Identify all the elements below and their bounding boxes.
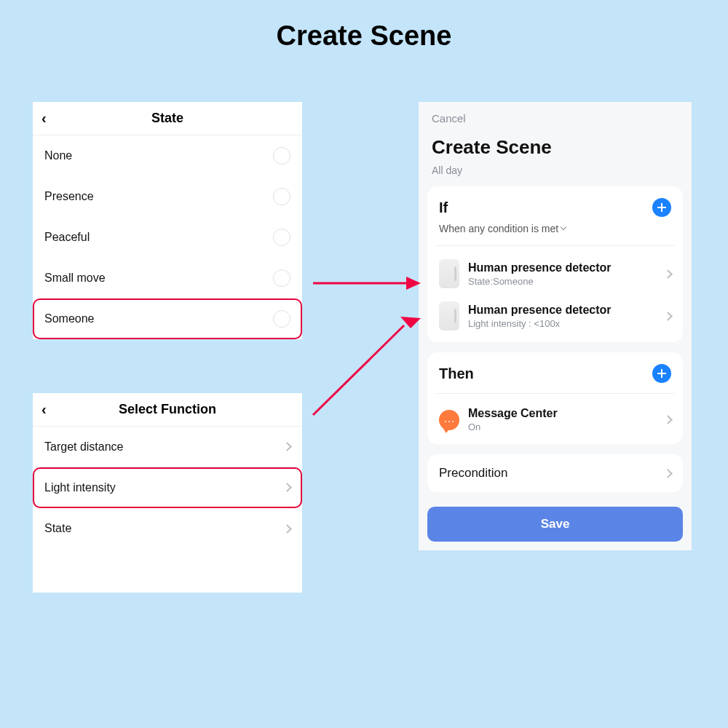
- chevron-down-icon: [561, 224, 566, 230]
- state-option-label: None: [44, 149, 273, 162]
- state-title: State: [41, 111, 293, 126]
- function-option-label: Light intensity: [44, 481, 284, 494]
- device-icon: [439, 259, 459, 288]
- page-title: Create Scene: [0, 20, 728, 52]
- function-title: Select Function: [41, 402, 293, 417]
- function-option-label: Target distance: [44, 440, 284, 454]
- state-option-small-move[interactable]: Small move: [33, 258, 302, 298]
- scene-title: Create Scene: [432, 136, 678, 159]
- state-option-someone[interactable]: Someone: [33, 298, 302, 339]
- function-light-intensity[interactable]: Light intensity: [33, 467, 302, 508]
- radio-icon[interactable]: [273, 188, 290, 205]
- device-icon: [439, 301, 459, 331]
- state-header: ‹ State: [33, 102, 302, 135]
- chevron-right-icon: [282, 524, 292, 534]
- rule-detail: Light intensity : <100x: [468, 318, 656, 329]
- chevron-right-icon: [663, 269, 673, 279]
- action-detail: On: [468, 422, 656, 432]
- function-header: ‹ Select Function: [33, 393, 302, 427]
- state-option-label: Small move: [44, 272, 273, 285]
- if-rule-state[interactable]: Human presence detector State:Someone: [439, 259, 671, 288]
- then-action-message-center[interactable]: Message Center On: [439, 407, 671, 432]
- svg-line-2: [313, 325, 404, 415]
- radio-icon[interactable]: [273, 147, 290, 165]
- scene-schedule[interactable]: All day: [432, 165, 678, 176]
- state-option-label: Peaceful: [44, 231, 273, 244]
- svg-marker-3: [400, 317, 421, 328]
- divider: [436, 245, 674, 246]
- function-panel: ‹ Select Function Target distance Light …: [33, 393, 302, 593]
- rule-device-name: Human presence detector: [468, 304, 656, 317]
- arrow-icon: [313, 317, 422, 419]
- state-option-peaceful[interactable]: Peaceful: [33, 217, 302, 258]
- create-scene-panel: Cancel Create Scene All day If When any …: [419, 102, 692, 550]
- chevron-right-icon: [663, 312, 673, 321]
- state-option-label: Someone: [44, 312, 273, 325]
- if-title: If: [439, 199, 448, 216]
- condition-mode-dropdown[interactable]: When any condition is met: [439, 223, 566, 234]
- then-title: Then: [439, 365, 474, 382]
- add-condition-icon[interactable]: [652, 198, 671, 217]
- arrow-icon: [313, 272, 422, 294]
- divider: [436, 393, 674, 394]
- save-button[interactable]: Save: [427, 507, 683, 542]
- condition-mode-label: When any condition is met: [439, 223, 558, 234]
- radio-icon[interactable]: [273, 269, 290, 287]
- rule-device-name: Human presence detector: [468, 261, 656, 274]
- function-target-distance[interactable]: Target distance: [33, 427, 302, 467]
- if-rule-light[interactable]: Human presence detector Light intensity …: [439, 301, 671, 331]
- radio-icon[interactable]: [273, 310, 290, 328]
- function-state[interactable]: State: [33, 508, 302, 549]
- function-option-label: State: [44, 522, 284, 535]
- add-action-icon[interactable]: [652, 364, 671, 383]
- state-option-label: Presence: [44, 190, 273, 203]
- chevron-right-icon: [282, 483, 292, 492]
- rule-detail: State:Someone: [468, 276, 656, 287]
- cancel-button[interactable]: Cancel: [432, 112, 678, 124]
- state-panel: ‹ State None Presence Peaceful Small mov…: [33, 102, 302, 339]
- chevron-right-icon: [663, 469, 673, 478]
- then-card: Then Message Center On: [427, 352, 683, 444]
- action-name: Message Center: [468, 407, 656, 420]
- state-option-none[interactable]: None: [33, 135, 302, 176]
- chevron-right-icon: [663, 415, 673, 424]
- precondition-label: Precondition: [439, 466, 508, 480]
- message-icon: [439, 410, 459, 430]
- state-option-presence[interactable]: Presence: [33, 176, 302, 217]
- radio-icon[interactable]: [273, 229, 290, 246]
- chevron-right-icon: [282, 442, 292, 451]
- precondition-row[interactable]: Precondition: [427, 454, 683, 492]
- if-card: If When any condition is met Human prese…: [427, 186, 683, 342]
